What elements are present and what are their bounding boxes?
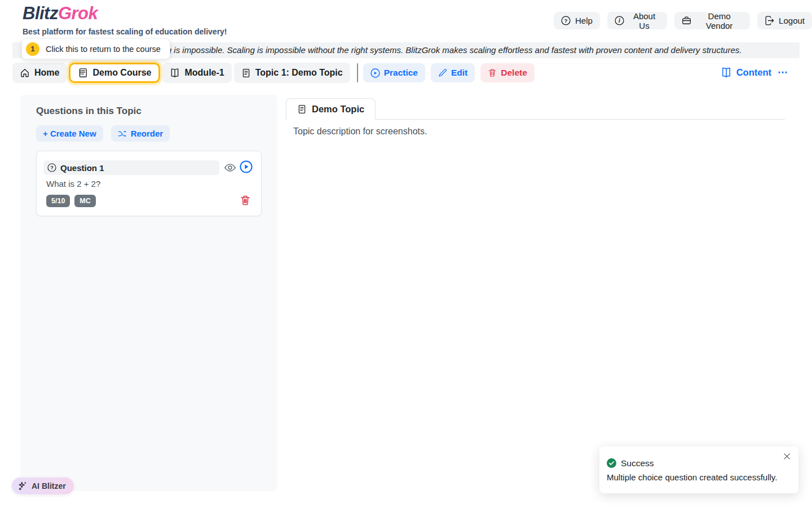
about-us-button[interactable]: i About Us: [607, 12, 667, 29]
practice-label: Practice: [384, 68, 418, 78]
sparkles-icon: [17, 481, 28, 491]
help-button[interactable]: ? Help: [554, 12, 600, 29]
tab-demo-topic-label: Demo Topic: [312, 104, 364, 115]
content-menu-button[interactable]: Content ⋯: [721, 66, 788, 78]
logout-icon: [765, 16, 774, 25]
brand-logo-secondary: Grok: [58, 3, 98, 23]
create-new-label: + Create New: [43, 129, 96, 138]
svg-text:i: i: [619, 17, 620, 24]
preview-question-button[interactable]: [224, 161, 236, 176]
logout-label: Logout: [779, 16, 805, 25]
pencil-icon: [438, 68, 447, 77]
play-question-button[interactable]: [240, 160, 253, 175]
home-icon: [20, 68, 30, 78]
ai-blitzer-label: AI Blitzer: [32, 481, 66, 491]
success-toast: Success Multiple choice question created…: [599, 446, 798, 493]
edit-label: Edit: [451, 68, 467, 78]
onboarding-tooltip: 1 Click this to return to the course: [21, 38, 170, 59]
play-circle-icon: [240, 160, 253, 173]
book-open-icon: [721, 67, 732, 78]
svg-text:?: ?: [50, 165, 54, 170]
tooltip-text: Click this to return to the course: [46, 45, 161, 54]
edit-button[interactable]: Edit: [431, 63, 475, 82]
about-us-label: About Us: [629, 11, 660, 30]
eye-icon: [224, 161, 236, 174]
journal-icon: [78, 68, 88, 78]
brand-tagline: Best platform for fastest scaling of edu…: [23, 27, 227, 36]
question-card-header: ? Question 1: [43, 160, 219, 175]
toast-title: Success: [621, 458, 654, 468]
delete-question-button[interactable]: [240, 195, 251, 208]
breadcrumb-home-label: Home: [34, 68, 59, 78]
breadcrumb-module-label: Module-1: [184, 68, 224, 78]
practice-button[interactable]: Practice: [363, 63, 425, 82]
question-text: What is 2 + 2?: [46, 179, 100, 189]
breadcrumb-module[interactable]: Module-1: [162, 63, 231, 83]
toast-close-button[interactable]: [783, 452, 791, 462]
close-icon: [783, 452, 791, 461]
question-badges: 5/10 MC: [46, 195, 96, 207]
topic-description: Topic description for screenshots.: [293, 126, 427, 137]
breadcrumb-topic[interactable]: Topic 1: Demo Topic: [234, 63, 350, 83]
tooltip-step-badge: 1: [26, 42, 39, 56]
tab-demo-topic[interactable]: Demo Topic: [286, 98, 376, 120]
ai-blitzer-button[interactable]: AI Blitzer: [11, 477, 74, 495]
create-new-button[interactable]: + Create New: [36, 125, 103, 142]
trash-icon: [488, 68, 497, 77]
info-circle-icon: i: [615, 16, 624, 25]
breadcrumb: Home Demo Course Module-1 Topic 1: Demo …: [12, 63, 540, 83]
brand-logo: BlitzGrok: [23, 3, 98, 24]
help-label: Help: [575, 16, 593, 25]
question-type-badge: MC: [74, 195, 95, 207]
logout-button[interactable]: Logout: [757, 12, 812, 29]
file-text-icon: [297, 104, 307, 114]
delete-button[interactable]: Delete: [480, 63, 535, 82]
trash-icon: [240, 195, 251, 206]
reorder-button[interactable]: Reorder: [111, 125, 170, 142]
toolbar-divider: [357, 63, 358, 82]
question-circle-icon: ?: [47, 163, 56, 172]
reorder-label: Reorder: [131, 129, 164, 138]
book-icon: [170, 68, 180, 78]
breadcrumb-topic-label: Topic 1: Demo Topic: [255, 68, 343, 78]
shuffle-icon: [118, 129, 127, 138]
announcement-text: Scaling is impossible. Scaling is imposs…: [144, 45, 742, 55]
play-circle-icon: [370, 68, 380, 78]
file-text-icon: [241, 68, 251, 78]
content-label: Content: [736, 67, 771, 78]
toast-message: Multiple choice question created success…: [607, 472, 777, 482]
question-circle-icon: ?: [561, 16, 571, 25]
brand-logo-primary: Blitz: [23, 3, 58, 23]
breadcrumb-course[interactable]: Demo Course: [69, 63, 160, 83]
more-options-icon[interactable]: ⋯: [778, 66, 788, 78]
breadcrumb-course-label: Demo Course: [92, 68, 151, 78]
breadcrumb-home[interactable]: Home: [12, 63, 67, 83]
svg-text:?: ?: [564, 17, 568, 24]
question-points-badge: 5/10: [46, 195, 70, 207]
question-title: Question 1: [60, 163, 104, 173]
questions-panel: Questions in this Topic + Create New Reo…: [20, 95, 277, 491]
delete-label: Delete: [501, 68, 527, 78]
briefcase-icon: [682, 16, 691, 25]
questions-panel-title: Questions in this Topic: [36, 106, 142, 117]
check-circle-icon: [607, 458, 616, 468]
demo-vendor-label: Demo Vendor: [696, 11, 743, 30]
top-navigation: ? Help i About Us Demo Vendor Logout: [554, 12, 812, 29]
questions-panel-actions: + Create New Reorder: [36, 125, 170, 142]
demo-vendor-button[interactable]: Demo Vendor: [674, 12, 750, 29]
question-card[interactable]: ? Question 1 What is 2 + 2? 5/10 MC: [36, 151, 262, 216]
